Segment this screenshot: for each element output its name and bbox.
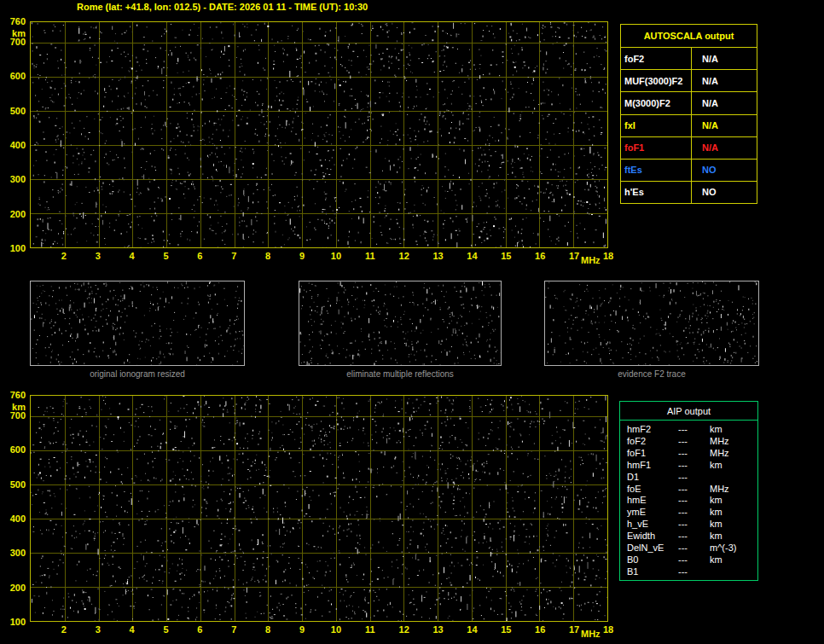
aip-param-unit [710, 472, 757, 482]
aip-row: foE --- MHz [620, 484, 757, 494]
aip-param-label: ymE [627, 507, 678, 517]
autoscala-row-label: h'Es [621, 181, 692, 203]
aip-param-label: hmF2 [627, 424, 678, 434]
thumbnail-canvas-f2trace [545, 281, 758, 365]
aip-param-value: --- [678, 472, 710, 482]
x-tick-label: 7 [223, 251, 244, 261]
y-axis-max-label: 760 [0, 390, 26, 400]
aip-param-value: --- [678, 519, 710, 529]
aip-row: D1 --- [620, 472, 757, 482]
x-tick-label: 10 [326, 624, 346, 635]
aip-param-unit: MHz [710, 484, 757, 494]
aip-param-value: --- [678, 460, 710, 470]
aip-param-unit: km [710, 554, 757, 565]
autoscala-row-value: N/A [692, 47, 757, 69]
x-tick-label: 10 [326, 251, 346, 261]
aip-param-label: DelN_vE [627, 542, 678, 553]
x-tick-label: 14 [461, 251, 482, 261]
x-tick-label: 16 [530, 251, 550, 261]
x-tick-label: 2 [54, 624, 74, 635]
autoscala-row-label: foF1 [621, 136, 692, 159]
y-tick-label: 200 [0, 209, 26, 219]
autoscala-row-value: NO [692, 159, 757, 181]
aip-param-unit: km [710, 495, 757, 505]
aip-row: DelN_vE --- m^(-3) [620, 542, 757, 553]
y-axis-max-label: 760 [0, 16, 26, 26]
x-tick-label: 3 [88, 251, 108, 261]
x-tick-label: 12 [394, 624, 415, 635]
aip-table-title: AIP output [620, 402, 757, 421]
x-axis-unit-label: MHz [581, 255, 601, 265]
autoscala-row-label: fxI [621, 114, 692, 136]
x-tick-label: 13 [428, 624, 449, 635]
aip-row: Ewidth --- km [620, 531, 757, 541]
aip-param-unit: km [710, 424, 757, 434]
aip-param-unit: m^(-3) [710, 542, 757, 553]
x-tick-label: 7 [223, 624, 244, 635]
aip-param-value: --- [678, 531, 710, 541]
aip-output-table: AIP output hmF2 --- km foF2 --- MHz foF1… [619, 401, 758, 581]
thumbnail-canvas-original [31, 281, 244, 365]
autoscala-row-value: N/A [692, 136, 757, 159]
aip-param-value: --- [678, 507, 710, 517]
x-tick-label: 6 [189, 624, 210, 635]
x-tick-label: 13 [428, 251, 449, 261]
x-tick-label: 5 [156, 251, 177, 261]
aip-param-label: foF1 [627, 448, 678, 458]
autoscala-row-label: MUF(3000)F2 [621, 69, 692, 91]
aip-param-label: B1 [627, 566, 678, 577]
aip-param-value: --- [678, 542, 710, 553]
x-tick-label: 6 [189, 251, 210, 261]
y-tick-label: 200 [0, 583, 26, 593]
ionogram-plot-top [30, 21, 608, 248]
autoscala-row-label: foF2 [621, 47, 692, 69]
thumbnail-f2-trace [544, 281, 759, 366]
aip-row: ymE --- km [620, 507, 757, 517]
aip-row: foF2 --- MHz [620, 436, 757, 446]
y-tick-label: 300 [0, 174, 26, 184]
x-tick-label: 15 [496, 624, 516, 635]
x-tick-label: 2 [54, 251, 74, 261]
autoscala-row-label: M(3000)F2 [621, 91, 692, 113]
thumbnail-caption-f2trace: evidence F2 trace [544, 369, 759, 379]
autoscala-app-window: Rome (lat: +41.8, lon: 012.5) - DATE: 20… [0, 0, 824, 644]
ionogram-plot-bottom [30, 395, 608, 622]
ionogram-canvas-top [31, 22, 607, 247]
y-tick-label: 400 [0, 140, 26, 150]
x-tick-label: 12 [394, 251, 415, 261]
autoscala-row-value: N/A [692, 91, 757, 113]
aip-param-value: --- [678, 424, 710, 434]
aip-param-unit [710, 566, 757, 577]
x-tick-label: 14 [461, 624, 482, 635]
aip-param-label: h_vE [627, 519, 678, 529]
x-tick-label: 9 [292, 251, 312, 261]
autoscala-output-table: AUTOSCALA output foF2 N/A MUF(3000)F2 N/… [620, 24, 757, 204]
autoscala-row-value: NO [692, 181, 757, 203]
x-tick-label: 8 [258, 624, 278, 635]
aip-param-unit: MHz [710, 436, 757, 446]
aip-row: h_vE --- km [620, 519, 757, 529]
aip-param-label: foF2 [627, 436, 678, 446]
autoscala-row-value: N/A [692, 69, 757, 91]
y-tick-label: 600 [0, 444, 26, 455]
aip-param-value: --- [678, 495, 710, 505]
thumbnail-caption-original: original ionogram resized [30, 369, 245, 379]
aip-param-unit: MHz [710, 448, 757, 458]
x-tick-label: 4 [122, 251, 142, 261]
aip-row: hmF1 --- km [620, 460, 757, 470]
x-tick-label: 11 [360, 624, 380, 635]
x-tick-label: 18 [598, 624, 618, 635]
y-tick-label: 600 [0, 71, 26, 81]
y-tick-label: 300 [0, 548, 26, 558]
x-tick-label: 9 [292, 624, 312, 635]
y-tick-label: 500 [0, 106, 26, 116]
y-tick-label: 700 [0, 410, 26, 421]
aip-param-label: hmF1 [627, 460, 678, 470]
x-tick-label: 15 [496, 251, 516, 261]
x-tick-label: 8 [258, 251, 278, 261]
thumbnail-original-ionogram [30, 281, 245, 366]
aip-param-value: --- [678, 448, 710, 458]
y-tick-label: 100 [0, 617, 26, 627]
x-tick-label: 5 [156, 624, 177, 635]
aip-param-value: --- [678, 484, 710, 494]
